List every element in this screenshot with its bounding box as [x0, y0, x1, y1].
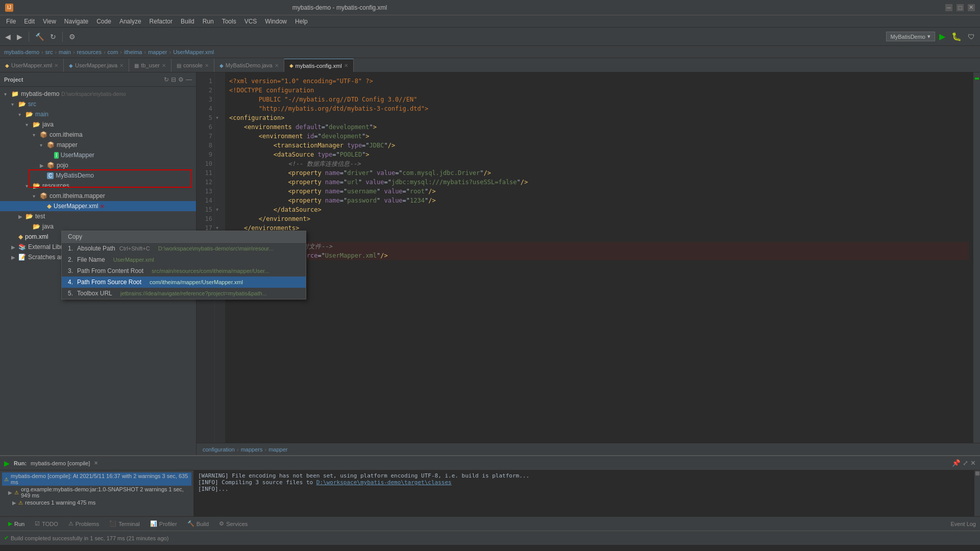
panel-expand-button[interactable]: ⤢ [963, 459, 968, 467]
sync-button[interactable]: ↻ [48, 32, 58, 42]
code-line-12: <property name="url" value="jdbc:mysql:/… [229, 178, 969, 187]
breadcrumb-main[interactable]: main [59, 49, 71, 55]
run-item-compile[interactable]: ⚠ mybatis-demo [compile]: At 2021/5/11 1… [2, 472, 191, 486]
tool-label: Profiler [159, 521, 177, 527]
breadcrumb-com[interactable]: com [108, 49, 118, 55]
tree-item-test-java[interactable]: 📂 java [0, 221, 196, 232]
context-menu-item-absolute-path[interactable]: 1. Absolute Path Ctrl+Shift+C D:\workspa… [62, 243, 306, 254]
code-line-10: <!-- 数据库连接信息--> [229, 159, 969, 168]
maximize-button[interactable]: □ [957, 4, 964, 11]
tool-terminal[interactable]: ⬛ Terminal [105, 519, 144, 528]
tree-item-root[interactable]: ▾ 📁 mybatis-demo D:\workspace\mybatis-de… [0, 89, 196, 99]
tree-item-mapper-pkg[interactable]: ▾ 📦 mapper [0, 140, 196, 150]
tab-close-icon[interactable]: ✕ [275, 63, 279, 68]
tree-item-usermapper-xml[interactable]: ◆ UserMapper.xml ✕ [0, 201, 196, 211]
panel-pin-button[interactable]: 📌 [952, 459, 961, 467]
menu-window[interactable]: Window [261, 17, 291, 26]
tab-usermapper-xml[interactable]: ◆ UserMapper.xml ✕ [0, 59, 64, 72]
todo-icon: ☑ [35, 520, 40, 527]
close-button[interactable]: ✕ [968, 4, 975, 11]
context-menu-item-file-name[interactable]: 2. File Name UserMapper.xml [62, 254, 306, 265]
menu-build[interactable]: Build [177, 17, 199, 26]
breadcrumb-resources[interactable]: resources [77, 49, 102, 55]
status-message: Build completed successfully in 1 sec, 1… [11, 535, 168, 541]
tree-label: com.itheima.mapper [50, 192, 105, 199]
sidebar-hide-button[interactable]: — [186, 76, 192, 83]
panel-close-button[interactable]: ✕ [970, 459, 976, 467]
tab-mybatis-config-xml[interactable]: ◆ mybatis-config.xml ✕ [284, 59, 354, 72]
menu-navigate[interactable]: Navigate [60, 17, 92, 26]
path-item-mappers[interactable]: mappers [241, 446, 263, 453]
menu-refactor[interactable]: Refactor [145, 17, 177, 26]
tool-profiler[interactable]: 📊 Profiler [146, 519, 181, 528]
context-menu-item-toolbox-url[interactable]: 5. Toolbox URL jetbrains://idea/navigate… [62, 288, 306, 299]
tree-item-java[interactable]: ▾ 📂 java [0, 119, 196, 130]
build-button[interactable]: 🔨 [33, 32, 46, 42]
sidebar-collapse-button[interactable]: ⊟ [171, 76, 176, 83]
tab-close-icon[interactable]: ✕ [344, 63, 348, 68]
tree-item-main[interactable]: ▾ 📂 main [0, 109, 196, 119]
path-item-configuration[interactable]: configuration [203, 446, 235, 453]
tool-label: Problems [76, 521, 99, 527]
gutter-ok-mark[interactable] [975, 78, 979, 80]
menu-run[interactable]: Run [199, 17, 218, 26]
tab-console[interactable]: ▤ console ✕ [172, 59, 214, 72]
run-config-selector[interactable]: MyBatisDemo ▾ [886, 32, 935, 41]
menu-edit[interactable]: Edit [20, 17, 39, 26]
breadcrumb-project[interactable]: mybatis-demo [4, 49, 39, 55]
tool-build[interactable]: 🔨 Build [183, 519, 213, 528]
path-item-mapper[interactable]: mapper [268, 446, 287, 453]
tab-usermapper-java[interactable]: ◆ UserMapper.java ✕ [64, 59, 129, 72]
code-line-15: </dataSource> [229, 205, 969, 214]
tree-item-resources[interactable]: ▾ 📂 resources [0, 181, 196, 191]
forward-button[interactable]: ▶ [15, 32, 24, 42]
tree-item-src[interactable]: ▾ 📂 src [0, 99, 196, 109]
sidebar-settings-button[interactable]: ⚙ [178, 76, 184, 83]
context-menu-item-path-source-root[interactable]: 4. Path From Source Root com/itheima/map… [62, 277, 306, 288]
tree-item-test[interactable]: ▶ 📂 test [0, 211, 196, 221]
tool-problems[interactable]: ⚠ Problems [64, 519, 103, 528]
tab-tb-user[interactable]: ▦ tb_user ✕ [129, 59, 172, 72]
run-close-icon[interactable]: ✕ [94, 460, 98, 466]
tab-close-icon[interactable]: ✕ [205, 63, 209, 68]
tool-services[interactable]: ⚙ Services [215, 519, 252, 528]
menu-code[interactable]: Code [92, 17, 115, 26]
tree-item-mybatisdemo[interactable]: C MyBatisDemo [0, 170, 196, 181]
tab-close-icon[interactable]: ✕ [54, 63, 58, 68]
back-button[interactable]: ◀ [3, 32, 13, 42]
tree-item-pojo[interactable]: ▶ 📦 pojo [0, 160, 196, 170]
breadcrumb-file[interactable]: UserMapper.xml [173, 49, 214, 55]
run-item-resources[interactable]: ▶ ⚠ resources 1 warning 475 ms [2, 499, 191, 506]
event-log-link[interactable]: Event Log [950, 521, 976, 527]
breadcrumb-itheima[interactable]: itheima [124, 49, 142, 55]
coverage-button[interactable]: 🛡 [966, 32, 977, 42]
minimize-button[interactable]: ─ [945, 4, 952, 11]
tool-run[interactable]: ▶ Run [4, 519, 29, 528]
tree-item-com-itheima[interactable]: ▾ 📦 com.itheima [0, 130, 196, 140]
menu-tools[interactable]: Tools [218, 17, 240, 26]
settings-button[interactable]: ⚙ [67, 32, 78, 42]
run-button[interactable]: ▶ [937, 31, 947, 42]
tool-todo[interactable]: ☑ TODO [31, 519, 62, 528]
menu-file[interactable]: File [2, 17, 20, 26]
terminal-icon: ⬛ [109, 520, 116, 527]
menu-vcs[interactable]: VCS [240, 17, 261, 26]
menu-analyze[interactable]: Analyze [115, 17, 145, 26]
menu-view[interactable]: View [39, 17, 60, 26]
tab-close-icon[interactable]: ✕ [162, 63, 166, 68]
debug-button[interactable]: 🐛 [949, 31, 964, 42]
sidebar-sync-button[interactable]: ↻ [164, 76, 169, 83]
tree-item-usermapper-interface[interactable]: I UserMapper [0, 150, 196, 160]
run-item-jar[interactable]: ▶ ⚠ org.example:mybatis-demo:jar:1.0-SNA… [2, 486, 191, 499]
code-area[interactable]: <?xml version="1.0" encoding="UTF-8" ?> … [225, 72, 973, 443]
tab-close-icon[interactable]: ✕ [119, 63, 124, 68]
output-link[interactable]: D:\workspace\mybatis-demo\target\classes [316, 479, 452, 486]
tree-label: mybatis-demo [21, 90, 59, 97]
tab-mybatisdemo-java[interactable]: ◆ MyBatisDemo.java ✕ [214, 59, 284, 72]
breadcrumb-mapper[interactable]: mapper [148, 49, 167, 55]
breadcrumb-src[interactable]: src [45, 49, 53, 55]
tree-item-mapper-res-pkg[interactable]: ▾ 📦 com.itheima.mapper [0, 191, 196, 201]
menu-help[interactable]: Help [291, 17, 312, 26]
context-menu-item-path-content-root[interactable]: 3. Path From Content Root src/main/resou… [62, 265, 306, 277]
tab-label: mybatis-config.xml [296, 63, 342, 69]
